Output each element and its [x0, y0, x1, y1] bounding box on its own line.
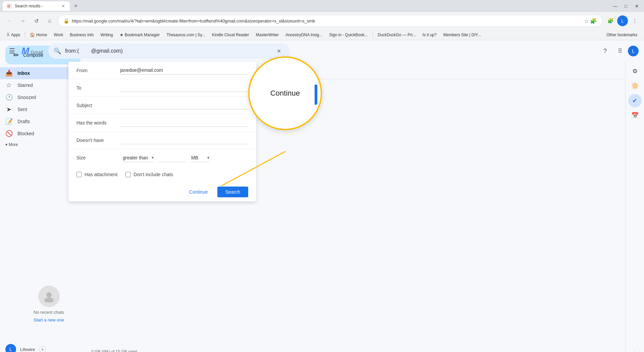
user-name: Lifewire [20, 347, 35, 352]
tab-title: Search results - [15, 4, 58, 8]
star-icon[interactable]: ☆ [584, 18, 589, 24]
back-button[interactable]: ← [4, 15, 15, 26]
bookmark-kindle[interactable]: Kindle Cloud Reader [209, 32, 252, 38]
continue-button[interactable]: Continue [184, 187, 213, 197]
ssl-lock-icon: 🔒 [63, 18, 69, 23]
add-account-button[interactable]: + [39, 346, 46, 352]
bookmark-bookmark-manager[interactable]: ★Bookmark Manager [117, 32, 163, 38]
bookmark-home[interactable]: 🏠Home [27, 32, 50, 38]
zoom-circle-overlay: Continue [248, 56, 322, 130]
subject-input[interactable] [120, 101, 248, 109]
bookmark-business[interactable]: Business info [67, 32, 96, 38]
search-icon: 🔍 [54, 47, 61, 55]
search-input[interactable] [65, 48, 270, 54]
subject-label: Subject [76, 103, 120, 108]
drafts-icon: 📝 [5, 118, 12, 125]
bookmark-quickbooks[interactable]: Sign in - QuickBook... [326, 32, 370, 38]
bookmark-other[interactable]: Other bookmarks [604, 32, 640, 38]
new-tab-button[interactable]: + [71, 1, 80, 11]
has-attachment-checkbox[interactable] [76, 172, 82, 177]
home-button[interactable]: ⌂ [44, 15, 55, 26]
forward-button[interactable]: → [17, 15, 28, 26]
no-chats-text: No recent chats [34, 310, 64, 315]
tasks-icon[interactable]: ✔ [628, 94, 642, 107]
no-chats-section: No recent chats Start a new one [34, 286, 64, 322]
sidebar-item-label-sent: Sent [17, 107, 75, 112]
bookmark-apps[interactable]: ⠿ Apps [4, 32, 23, 38]
from-input[interactable] [120, 66, 248, 74]
dont-include-chats-label: Don't include chats [133, 172, 173, 177]
more-options-button[interactable]: ⋮ [629, 15, 640, 26]
sidebar-item-label-snoozed: Snoozed [17, 95, 75, 100]
apps-icon: ⠿ [7, 33, 10, 37]
search-filter-dialog: From To Subject Has the words Doesn't ha… [68, 62, 256, 201]
gmail-m-logo: M [21, 46, 29, 56]
search-button[interactable]: Search [217, 187, 248, 197]
gmail-app: ☰ M Gmail 🔍 ✕ ? ⠿ L ✏ Compose 📥 Inbox [0, 40, 644, 352]
from-label: From [76, 68, 120, 73]
search-clear-button[interactable]: ✕ [274, 46, 284, 56]
address-bar-actions: ☆ 🧩 [584, 18, 597, 24]
maximize-button[interactable]: □ [621, 1, 631, 11]
browser-tab-active[interactable]: G Search results - ✕ [3, 1, 70, 11]
minimize-button[interactable]: — [610, 1, 620, 11]
help-button[interactable]: ? [598, 44, 612, 58]
svg-point-3 [44, 298, 54, 302]
bookmark-isitup[interactable]: Is it up? [420, 32, 439, 38]
doesnt-have-label: Doesn't have [76, 138, 120, 143]
filter-to-row: To [68, 79, 256, 97]
user-account-item[interactable]: L Lifewire + [0, 341, 86, 352]
bookmark-masterwriter[interactable]: MasterWriter [253, 32, 281, 38]
sidebar-item-label-blocked: Blocked [17, 131, 75, 136]
has-words-input[interactable] [120, 118, 248, 127]
to-input[interactable] [120, 84, 248, 92]
browser-chrome: G Search results - ✕ + — □ ✕ ← → ↺ ⌂ 🔒 h… [0, 0, 644, 30]
address-bar[interactable]: 🔒 https://mail.google.com/mail/u/4/?tab=… [58, 15, 602, 27]
has-attachment-checkbox-label[interactable]: Has attachment [76, 172, 117, 177]
size-unit-select[interactable]: MB KB bytes [191, 154, 209, 162]
settings-icon-right[interactable]: ⚙ [628, 64, 642, 78]
start-new-chat-link[interactable]: Start a new one [34, 317, 64, 322]
close-button[interactable]: ✕ [632, 1, 641, 11]
profile-button[interactable]: L [617, 15, 628, 26]
tab-close-button[interactable]: ✕ [60, 3, 66, 9]
zoom-continue-label: Continue [270, 89, 300, 98]
gmail-label: Gmail [31, 50, 43, 55]
doesnt-have-input[interactable] [120, 136, 248, 144]
bookmark-ancestry[interactable]: AncestryDNA Insig... [283, 32, 325, 38]
keep-icon[interactable]: 🔆 [628, 79, 642, 93]
bookmark-writing[interactable]: Writing [98, 32, 116, 38]
sidebar-item-label-drafts: Drafts [17, 119, 75, 124]
apps-grid-button[interactable]: ⠿ [613, 44, 627, 58]
sent-icon: ➤ [5, 106, 12, 113]
bookmark-thesaurus[interactable]: Thesaurus.com | Sy... [164, 32, 208, 38]
filter-subject-row: Subject [68, 97, 256, 114]
size-number-input[interactable] [159, 154, 186, 162]
size-unit-wrapper: MB KB bytes [191, 154, 209, 162]
extensions-button[interactable]: 🧩 [605, 15, 616, 26]
bookmarks-bar: ⠿ Apps 🏠Home Work Business info Writing … [0, 30, 644, 40]
size-operator-select[interactable]: greater than less than [123, 154, 154, 162]
snoozed-icon: 🕐 [5, 94, 12, 101]
dont-include-chats-checkbox-label[interactable]: Don't include chats [125, 172, 173, 177]
hamburger-menu-button[interactable]: ☰ [5, 44, 19, 58]
url-text: https://mail.google.com/mail/u/4/?tab=wm… [72, 18, 581, 23]
extension-icon-1[interactable]: 🧩 [590, 18, 597, 24]
bookmark-duckduckgo[interactable]: DuckDuckGo — Pri... [375, 32, 419, 38]
search-box[interactable]: 🔍 ✕ [48, 43, 290, 59]
sidebar-item-label-starred: Starred [17, 83, 75, 88]
filter-size-row: Size greater than less than MB KB bytes [68, 149, 256, 166]
inbox-icon: 📥 [5, 69, 12, 77]
more-label: More [9, 142, 18, 147]
bookmark-members[interactable]: Members Site | DIY... [441, 32, 484, 38]
account-avatar[interactable]: L [628, 46, 639, 56]
gmail-footer: 0 GB (0%) of 15 GB used Manage Terms · P… [86, 345, 644, 352]
dont-include-chats-checkbox[interactable] [125, 172, 131, 177]
calendar-icon[interactable]: 📅 [628, 109, 642, 122]
window-controls: — □ ✕ [610, 1, 641, 11]
refresh-button[interactable]: ↺ [31, 15, 42, 26]
tab-favicon: G [7, 3, 12, 9]
bookmark-work[interactable]: Work [51, 32, 66, 38]
filter-actions: Continue Search [68, 183, 256, 201]
star-icon-2: ★ [120, 33, 123, 37]
